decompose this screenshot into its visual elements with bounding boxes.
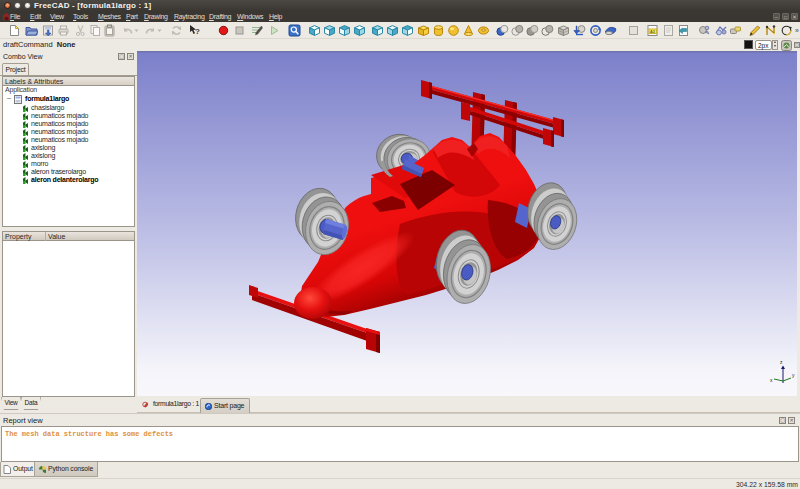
svg-text:A3: A3 bbox=[650, 30, 655, 34]
svg-text:?: ? bbox=[195, 27, 200, 36]
